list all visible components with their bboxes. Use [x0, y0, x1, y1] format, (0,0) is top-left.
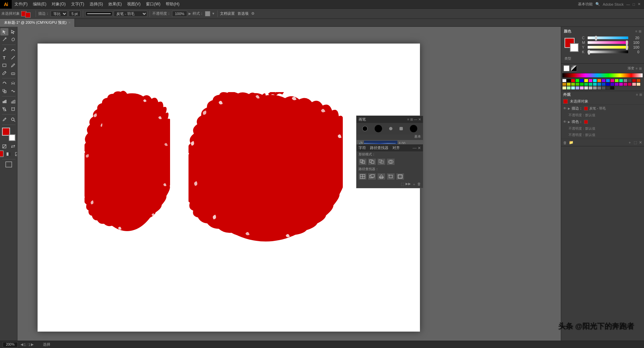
pencil-tool[interactable]	[0, 69, 8, 77]
swap-colors-btn[interactable]	[9, 143, 17, 150]
palette-cell-33[interactable]	[628, 82, 632, 86]
maximize-icon[interactable]: □	[633, 2, 635, 6]
palette-cell-16[interactable]	[632, 79, 636, 82]
color-panel-grid-icon[interactable]: ⊞	[639, 29, 641, 33]
palette-cell-42[interactable]	[588, 86, 593, 90]
pf-options-btn[interactable]: ▶▶	[406, 182, 411, 187]
c-slider[interactable]	[587, 36, 629, 40]
pf-minimize-icon[interactable]: —	[413, 146, 417, 150]
appearance-header[interactable]: 外观 ≡ ⊞	[561, 91, 644, 98]
text-tool[interactable]: T	[0, 54, 8, 61]
palette-cell-8[interactable]	[597, 79, 601, 82]
nav-prev-btn[interactable]: ◀	[20, 342, 23, 347]
palette-cell-19[interactable]	[567, 82, 571, 86]
palette-cell-26[interactable]	[597, 82, 601, 86]
palette-cell-13[interactable]	[619, 79, 623, 82]
gradient-mode-btn[interactable]	[4, 150, 12, 158]
eyedropper-tool[interactable]	[0, 116, 8, 123]
brush-panel-minimize-icon[interactable]: —	[414, 118, 417, 121]
opacity-arrow[interactable]: ▶	[189, 12, 191, 15]
doc-settings-btn[interactable]: 文档设置	[220, 11, 235, 16]
draw-inside-btn[interactable]	[5, 161, 13, 168]
color-mode-btn[interactable]	[0, 150, 4, 157]
expand-icon-fill[interactable]: ▶	[568, 120, 570, 124]
palette-cell-43[interactable]	[593, 86, 597, 90]
pf-expand-btn[interactable]: ⬚	[401, 182, 404, 187]
expand-icon-stroke[interactable]: ▶	[568, 107, 570, 110]
palette-cell-31[interactable]	[619, 82, 623, 86]
palette-cell-38[interactable]	[571, 86, 575, 90]
menu-object[interactable]: 对象(O)	[49, 0, 68, 9]
minimize-icon[interactable]: —	[626, 2, 630, 6]
app-duplicate-icon[interactable]: ⬚	[634, 140, 637, 145]
palette-cell-12[interactable]	[614, 79, 619, 82]
palette-cell-5[interactable]	[584, 79, 588, 82]
palette-cell-45[interactable]	[601, 86, 606, 90]
palette-cell-34[interactable]	[632, 82, 636, 86]
gradient-bar[interactable]	[562, 73, 643, 78]
palette-cell-22[interactable]	[580, 82, 584, 86]
swatch-panel-header[interactable]: 渐变 ≡ ⊞	[562, 65, 643, 72]
pf-merge-btn[interactable]	[377, 173, 385, 180]
eraser-tool[interactable]	[9, 69, 17, 77]
pf-unite-btn[interactable]	[359, 158, 367, 165]
pf-exclude-btn[interactable]	[387, 158, 395, 165]
artboard-tool[interactable]	[9, 106, 17, 113]
palette-cell-21[interactable]	[575, 82, 580, 86]
palette-cell-44[interactable]	[597, 86, 601, 90]
palette-cell-27[interactable]	[601, 82, 606, 86]
appearance-menu-icon[interactable]: ≡	[636, 93, 638, 96]
pf-delete-btn[interactable]: 🗑	[417, 182, 421, 187]
none-mode-btn[interactable]	[13, 150, 18, 158]
menu-view[interactable]: 视图(V)	[124, 0, 143, 9]
pathfinder-header[interactable]: 字符 路径查找器 对齐 — ✕	[357, 144, 423, 151]
app-delete-icon[interactable]: ✕	[639, 140, 642, 145]
active-tab[interactable]: 未标题-1* @ 200% (CMYK/GPU 预览) ×	[0, 19, 75, 27]
pf-crop-btn[interactable]	[387, 173, 395, 180]
pf-intersect-btn[interactable]	[377, 158, 385, 165]
style-box[interactable]	[205, 11, 210, 16]
rotate-tool[interactable]	[0, 80, 8, 87]
search-icon[interactable]: 🔍	[595, 2, 600, 6]
app-add-icon[interactable]: ＋	[628, 140, 632, 145]
palette-cell-46[interactable]	[606, 86, 610, 90]
swatch-menu-icon[interactable]: ≡	[636, 67, 638, 70]
eye-icon-fill[interactable]: 👁	[563, 120, 567, 124]
palette-cell-25[interactable]	[593, 82, 597, 86]
y-slider[interactable]	[587, 46, 629, 49]
palette-cell-9[interactable]	[601, 79, 606, 82]
palette-cell-40[interactable]	[580, 86, 584, 90]
pf-close-icon[interactable]: ✕	[418, 146, 421, 150]
palette-cell-41[interactable]	[584, 86, 588, 90]
brush-dot-1[interactable]	[362, 126, 368, 131]
rectangle-tool[interactable]	[0, 62, 8, 69]
preferences-btn[interactable]: 首选项	[237, 11, 249, 16]
nav-next-btn[interactable]: ▶	[31, 342, 34, 347]
brush-panel-grid-icon[interactable]: ⊞	[410, 118, 413, 121]
palette-cell-35[interactable]	[636, 82, 641, 86]
palette-cell-3[interactable]	[575, 79, 580, 82]
palette-cell-23[interactable]	[584, 82, 588, 86]
zoom-input[interactable]	[3, 342, 18, 347]
curvature-tool[interactable]	[9, 46, 17, 54]
palette-cell-30[interactable]	[614, 82, 619, 86]
palette-cell-7[interactable]	[593, 79, 597, 82]
stroke-color-swatch[interactable]	[584, 107, 588, 111]
menu-file[interactable]: 文件(F)	[12, 0, 30, 9]
menu-effect[interactable]: 效果(E)	[106, 0, 124, 9]
brush-panel-menu-icon[interactable]: ≡	[407, 118, 409, 121]
palette-cell-28[interactable]	[606, 82, 610, 86]
k-slider[interactable]	[587, 50, 629, 54]
brush-dot-2[interactable]	[375, 125, 382, 132]
palette-cell-47[interactable]	[610, 86, 614, 90]
palette-cell-6[interactable]	[588, 79, 593, 82]
palette-cell-2[interactable]	[571, 79, 575, 82]
brush-dot-5[interactable]	[410, 125, 417, 132]
brush-dot-4[interactable]	[399, 127, 403, 130]
color-bg-indicator[interactable]	[570, 43, 579, 52]
eye-icon-stroke[interactable]: 👁	[563, 107, 567, 110]
palette-cell-20[interactable]	[571, 82, 575, 86]
pf-minus-front-btn[interactable]	[368, 158, 376, 165]
pf-trim-btn[interactable]	[368, 173, 376, 180]
palette-cell-4[interactable]	[580, 79, 584, 82]
